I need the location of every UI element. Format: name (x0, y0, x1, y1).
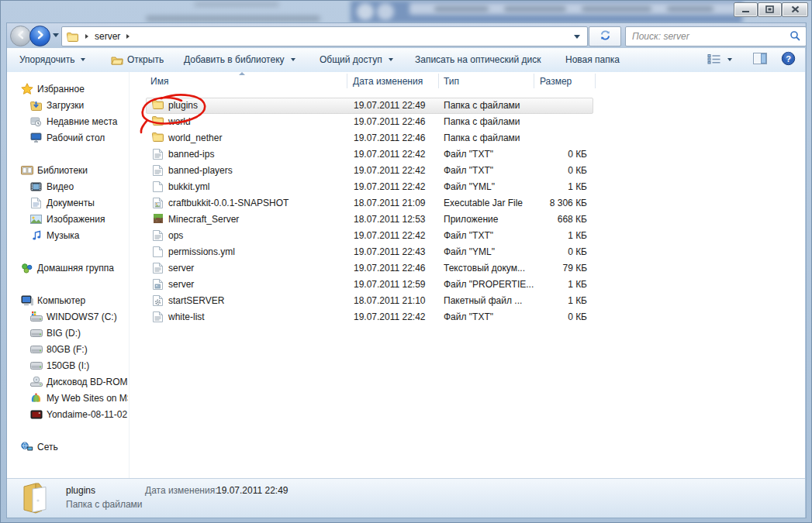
file-type: Файл "TXT" (444, 165, 493, 176)
sidebar: ИзбранноеЗагрузкиНедавние местаРабочий с… (7, 81, 128, 455)
new-folder-button[interactable]: Новая папка (565, 48, 620, 71)
details-file-name: plugins (66, 485, 95, 496)
breadcrumb-segment[interactable]: server (95, 31, 120, 42)
file-row-server[interactable]: server19.07.2011 22:46Текстовый докум...… (138, 260, 805, 277)
sidebar-item-дисковод-bd-rom[interactable]: Дисковод BD-ROM (7, 373, 128, 390)
back-button[interactable] (10, 26, 31, 46)
column-header-size[interactable]: Размер (540, 76, 572, 87)
file-row-world-nether[interactable]: world_nether19.07.2011 22:46Папка с файл… (138, 130, 805, 146)
file-size: 1 КБ (510, 230, 587, 241)
file-size: 0 КБ (510, 149, 587, 160)
chevron-down-icon (291, 58, 295, 61)
sidebar-divider (129, 72, 130, 478)
column-separator[interactable] (595, 74, 596, 88)
file-name: startSERVER (168, 295, 224, 306)
refresh-button[interactable] (589, 26, 621, 46)
sidebar-item-label: BIG (D:) (47, 328, 81, 339)
column-separator[interactable] (347, 74, 347, 88)
sidebar-item-загрузки[interactable]: Загрузки (7, 97, 128, 113)
computer-icon (20, 295, 33, 306)
file-date: 19.07.2011 22:43 (354, 246, 426, 257)
file-size: 1 КБ (510, 279, 587, 290)
file-name: server (168, 263, 194, 274)
file-date: 19.07.2011 22:42 (354, 311, 426, 322)
background-window-blur (194, 2, 279, 7)
sidebar-section-избранное[interactable]: Избранное (7, 81, 128, 97)
file-row-startserver[interactable]: startSERVER18.07.2011 21:10Пакетный файл… (138, 293, 805, 309)
organize-button[interactable]: Упорядочить (19, 48, 85, 71)
address-dropdown-icon[interactable] (574, 35, 580, 39)
file-row-banned-ips[interactable]: banned-ips19.07.2011 22:42Файл "TXT"0 КБ (138, 146, 805, 163)
address-bar[interactable]: server (61, 26, 588, 46)
minimize-button[interactable] (734, 2, 758, 17)
file-row-white-list[interactable]: white-list19.07.2011 22:42Файл "TXT"0 КБ (138, 309, 805, 325)
sidebar-item-музыка[interactable]: Музыка (7, 227, 128, 243)
share-button[interactable]: Общий доступ (320, 48, 393, 71)
file-row-plugins[interactable]: plugins19.07.2011 22:49Папка с файлами (138, 98, 805, 114)
column-header-type[interactable]: Тип (444, 76, 459, 87)
web-sites-icon (29, 393, 43, 403)
file-row-craftbukkit-0-0-1-snapshot[interactable]: craftbukkit-0.0.1-SNAPSHOT18.07.2011 21:… (138, 195, 805, 212)
file-date: 19.07.2011 22:46 (354, 263, 426, 274)
sidebar-item-видео[interactable]: Видео (7, 178, 128, 194)
file-row-world[interactable]: world19.07.2011 22:46Папка с файлами (138, 114, 805, 130)
file-row-ops[interactable]: ops19.07.2011 22:42Файл "TXT"1 КБ (138, 228, 805, 244)
sidebar-section-домашняя-группа[interactable]: Домашняя группа (7, 260, 128, 276)
remote-computer-icon (29, 410, 43, 419)
column-header-name[interactable]: Имя (150, 76, 168, 87)
sidebar-item-документы[interactable]: Документы (7, 194, 128, 211)
breadcrumb-arrow-icon[interactable] (126, 34, 130, 39)
column-separator[interactable] (534, 74, 534, 88)
sidebar-section-библиотеки[interactable]: Библиотеки (7, 162, 128, 178)
column-header-date[interactable]: Дата изменения (353, 76, 423, 87)
sidebar-section-сеть[interactable]: Сеть (7, 439, 128, 455)
file-row-permissions-yml[interactable]: permissions.yml19.07.2011 22:43Файл "YML… (138, 244, 805, 260)
file-row-banned-players[interactable]: banned-players19.07.2011 22:42Файл "TXT"… (138, 163, 805, 179)
search-input[interactable] (626, 31, 790, 42)
open-button[interactable]: Открыть (110, 48, 164, 71)
sidebar-section-компьютер[interactable]: Компьютер (7, 292, 128, 308)
maximize-icon (765, 5, 774, 15)
file-size: 1 КБ (510, 181, 587, 192)
sidebar-section-label: Библиотеки (37, 165, 88, 176)
sidebar-item-недавние-места[interactable]: Недавние места (7, 113, 128, 129)
folder-icon (151, 132, 164, 142)
sidebar-item-big-d[interactable]: BIG (D:) (7, 325, 128, 341)
preview-pane-button[interactable] (753, 48, 767, 71)
file-type: Папка с файлами (444, 116, 520, 127)
sort-ascending-icon (239, 72, 245, 75)
recent-pages-dropdown-icon[interactable] (53, 33, 59, 37)
file-date: 19.07.2011 22:46 (354, 116, 426, 127)
file-row-minecraft-server[interactable]: Minecraft_Server18.07.2011 12:53Приложен… (138, 212, 805, 228)
maximize-button[interactable] (758, 2, 782, 17)
burn-button[interactable]: Записать на оптический диск (415, 48, 541, 71)
file-date: 19.07.2011 12:59 (354, 279, 426, 290)
close-button[interactable] (782, 2, 808, 17)
sidebar-item-изображения[interactable]: Изображения (7, 211, 128, 227)
sidebar-item-yondaime-08-11-02[interactable]: Yondaime-08-11-02 (7, 406, 128, 422)
file-name: world_nether (168, 132, 222, 143)
sidebar-item-label: Недавние места (47, 116, 117, 127)
search-icon[interactable] (790, 30, 800, 43)
sidebar-item-windows7-c[interactable]: WINDOWS7 (C:) (7, 308, 128, 325)
sidebar-item-150gb-i[interactable]: 150GB (I:) (7, 357, 128, 373)
help-button[interactable]: ? (781, 48, 796, 71)
file-name: world (168, 116, 191, 127)
background-window-blur (357, 3, 374, 20)
forward-button[interactable] (29, 26, 50, 46)
background-window-blur (377, 3, 394, 20)
file-type: Файл "YML" (444, 246, 495, 257)
sidebar-item-label: Видео (47, 181, 74, 192)
file-name: ops (168, 230, 183, 241)
sidebar-item-80gb-f[interactable]: 80GB (F:) (7, 341, 128, 357)
add-to-library-button[interactable]: Добавить в библиотеку (184, 48, 295, 71)
file-row-bukkit-yml[interactable]: bukkit.yml19.07.2011 22:42Файл "YML"1 КБ (138, 179, 805, 195)
sidebar-item-label: Документы (47, 198, 95, 208)
column-separator[interactable] (438, 74, 439, 88)
sidebar-item-рабочий-стол[interactable]: Рабочий стол (7, 129, 128, 146)
change-view-button[interactable] (707, 48, 732, 71)
sidebar-section-label: Компьютер (37, 295, 85, 306)
sidebar-item-my-web-sites-on-ms[interactable]: My Web Sites on MS (7, 390, 128, 406)
drive-icon (29, 329, 43, 337)
file-row-server[interactable]: server19.07.2011 12:59Файл "PROPERTIE...… (138, 277, 805, 293)
